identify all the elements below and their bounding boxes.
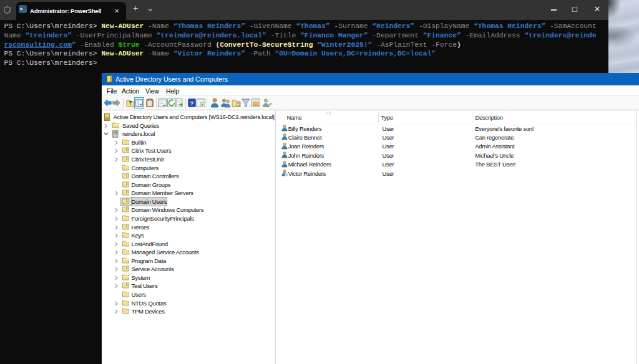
svg-text:?: ?	[190, 100, 194, 107]
